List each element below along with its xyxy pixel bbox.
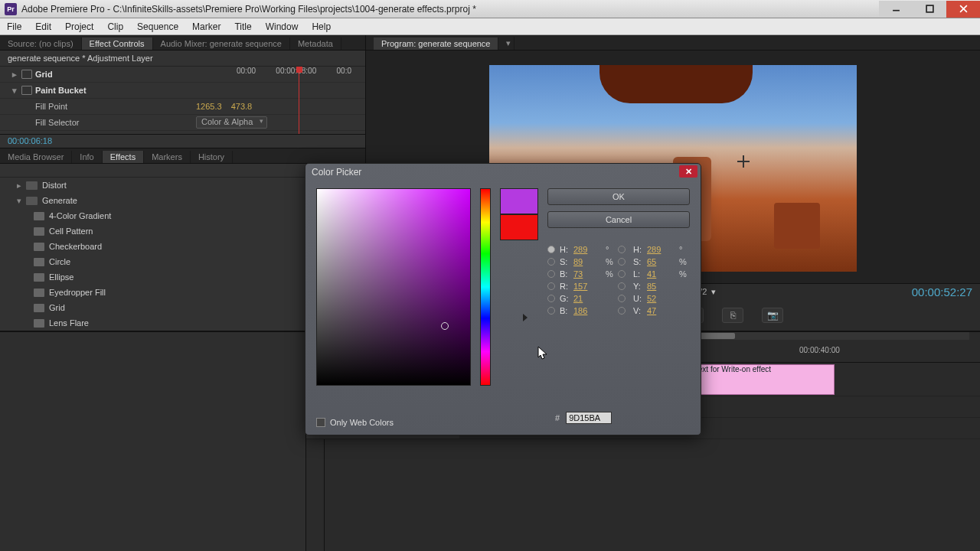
effect-ellipse[interactable]: Ellipse	[49, 272, 74, 282]
radio-b[interactable]	[547, 270, 555, 278]
effect-4color[interactable]: 4-Color Gradient	[49, 211, 111, 220]
twirl-icon[interactable]: ▾	[11, 86, 18, 96]
folder-distort[interactable]: Distort	[42, 181, 67, 190]
tab-audio-mixer[interactable]: Audio Mixer: generate sequence	[153, 37, 290, 50]
menu-project[interactable]: Project	[58, 21, 100, 32]
snapshot-button[interactable]: 📷	[762, 308, 783, 323]
hex-input[interactable]	[566, 412, 612, 424]
tab-source[interactable]: Source: (no clips)	[0, 37, 82, 50]
menu-sequence[interactable]: Sequence	[130, 21, 185, 32]
clip-label: text for Write-on effect	[696, 365, 771, 373]
saturation-value-field[interactable]	[316, 188, 471, 386]
cancel-button[interactable]: Cancel	[547, 211, 690, 228]
menu-clip[interactable]: Clip	[100, 21, 130, 32]
tab-effect-controls[interactable]: Effect Controls	[82, 37, 153, 50]
folder-generate[interactable]: Generate	[42, 196, 77, 205]
tab-effects[interactable]: Effects	[103, 151, 144, 163]
radio-l[interactable]	[618, 270, 626, 278]
ec-timecode[interactable]: 00:00:06:18	[8, 136, 52, 145]
tab-media-browser[interactable]: Media Browser	[0, 151, 72, 163]
menu-bar: File Edit Project Clip Sequence Marker T…	[0, 18, 980, 35]
dialog-title: Color Picker	[305, 164, 701, 181]
fill-selector-dropdown[interactable]: Color & Alpha	[196, 116, 267, 129]
radio-s[interactable]	[547, 258, 555, 266]
fill-point-y[interactable]: 473.8	[231, 102, 253, 111]
radio-u[interactable]	[618, 295, 626, 302]
chevron-down-icon[interactable]: ▾	[711, 287, 716, 297]
group-paint-bucket[interactable]: Paint Bucket	[35, 86, 173, 95]
yuv-v[interactable]: 47	[647, 306, 678, 315]
dialog-close-button[interactable]: ✕	[679, 165, 697, 178]
hsb-h[interactable]: 289	[573, 245, 604, 254]
tab-history[interactable]: History	[191, 151, 233, 163]
effect-cell[interactable]: Cell Pattern	[49, 227, 93, 236]
hsl-h[interactable]: 289	[647, 245, 678, 254]
radio-y[interactable]	[618, 282, 626, 290]
effect-eyedropper[interactable]: Eyedropper Fill	[49, 288, 106, 297]
menu-help[interactable]: Help	[305, 21, 338, 32]
fx-icon[interactable]	[21, 86, 32, 95]
effect-icon	[34, 258, 44, 266]
program-timecode: 00:00:52:27	[912, 285, 972, 298]
hsl-l[interactable]: 41	[647, 269, 678, 279]
radio-h2[interactable]	[618, 246, 626, 253]
radio-g[interactable]	[547, 295, 555, 302]
hue-slider[interactable]	[480, 188, 491, 386]
menu-title[interactable]: Title	[227, 21, 258, 32]
app-icon: Pr	[5, 3, 17, 15]
effect-circle[interactable]: Circle	[49, 257, 70, 266]
tab-metadata[interactable]: Metadata	[290, 37, 341, 50]
only-web-colors-checkbox[interactable]	[316, 418, 325, 427]
radio-r[interactable]	[547, 282, 555, 290]
hsb-b[interactable]: 73	[573, 269, 604, 279]
ec-playhead[interactable]	[299, 67, 299, 134]
prop-fill-selector: Fill Selector	[35, 118, 173, 127]
effect-controls-header: generate sequence * Adjustment Layer	[0, 51, 365, 67]
program-dropdown-icon[interactable]: ▾	[498, 37, 514, 50]
effect-icon	[34, 289, 44, 297]
effect-checker[interactable]: Checkerboard	[49, 242, 102, 251]
effect-icon	[34, 227, 44, 236]
sv-cursor[interactable]	[441, 322, 449, 330]
yuv-u[interactable]: 52	[647, 294, 678, 303]
ec-t2: 00:0	[337, 67, 351, 77]
radio-h[interactable]	[547, 246, 555, 253]
radio-b2[interactable]	[547, 307, 555, 315]
menu-marker[interactable]: Marker	[185, 21, 227, 32]
tab-markers[interactable]: Markers	[144, 151, 191, 163]
group-grid[interactable]: Grid	[35, 70, 173, 79]
menu-window[interactable]: Window	[259, 21, 305, 32]
menu-file[interactable]: File	[0, 21, 28, 32]
radio-s2[interactable]	[618, 258, 626, 266]
menu-edit[interactable]: Edit	[28, 21, 58, 32]
source-panel-tabs: Source: (no clips) Effect Controls Audio…	[0, 35, 365, 51]
ok-button[interactable]: OK	[547, 188, 690, 205]
rgb-r[interactable]: 157	[573, 282, 604, 291]
old-color-swatch[interactable]	[500, 214, 538, 240]
twirl-icon[interactable]: ▸	[11, 134, 18, 135]
rgb-g[interactable]: 21	[573, 294, 604, 303]
minimize-button[interactable]	[879, 1, 913, 18]
rgb-b[interactable]: 186	[573, 306, 604, 315]
effect-grid[interactable]: Grid	[49, 303, 65, 312]
tab-program[interactable]: Program: generate sequence	[374, 37, 498, 50]
hsb-s[interactable]: 89	[573, 257, 604, 266]
fx-icon[interactable]	[21, 70, 32, 79]
crosshair-icon	[737, 155, 750, 168]
maximize-button[interactable]	[913, 1, 946, 18]
window-close-button[interactable]	[946, 1, 980, 18]
prop-fill-point: Fill Point	[35, 102, 173, 111]
effect-icon	[34, 273, 44, 282]
yuv-y[interactable]: 85	[647, 282, 678, 291]
hue-cursor-icon[interactable]	[523, 314, 528, 321]
radio-v[interactable]	[618, 307, 626, 315]
clip-text[interactable]: text for Write-on effect	[692, 364, 835, 395]
hsl-s[interactable]: 65	[647, 257, 678, 266]
effect-lensflare[interactable]: Lens Flare	[49, 318, 89, 328]
export-frame-button[interactable]: ⎘	[722, 308, 743, 323]
tab-info[interactable]: Info	[72, 151, 102, 163]
folder-icon	[26, 197, 38, 205]
fill-point-x[interactable]: 1265.3	[196, 102, 222, 111]
twirl-icon[interactable]: ▸	[11, 70, 18, 80]
ec-ruler: 00:00 00:00:08:00 00:0	[237, 67, 351, 77]
